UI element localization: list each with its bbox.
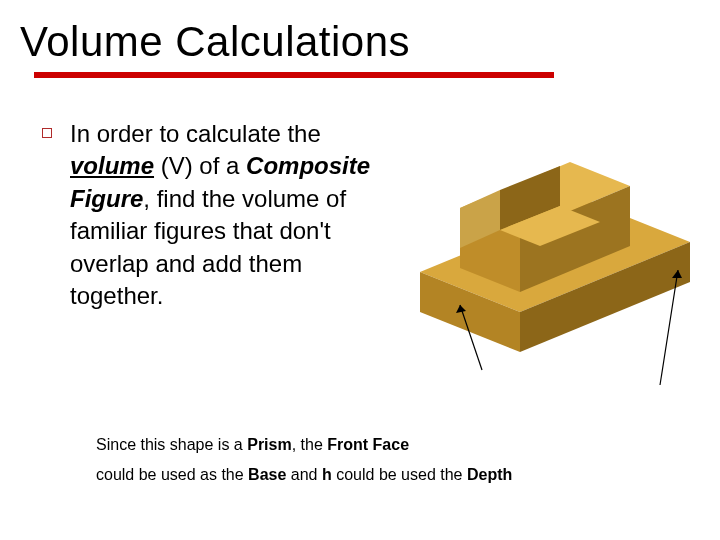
fn2-a: could be used as the <box>96 466 248 483</box>
footnote-text: Since this shape is a Prism, the Front F… <box>96 430 696 491</box>
title-area: Volume Calculations <box>0 0 720 78</box>
fn2-c: and <box>286 466 322 483</box>
fn2-base: Base <box>248 466 286 483</box>
fn1-c: , the <box>292 436 328 453</box>
fn1-prism: Prism <box>247 436 291 453</box>
footnote-line-2: could be used as the Base and h could be… <box>96 460 696 490</box>
body-text: In order to calculate the volume (V) of … <box>56 118 396 312</box>
composite-prism-figure <box>400 150 700 380</box>
prism-svg <box>400 150 700 410</box>
square-bullet-icon <box>42 128 52 138</box>
page-title: Volume Calculations <box>20 18 700 66</box>
fn2-h: h <box>322 466 332 483</box>
text-part-2: (V) of a <box>154 152 246 179</box>
footnote-line-1: Since this shape is a Prism, the Front F… <box>96 430 696 460</box>
fn1-a: Since this shape is a <box>96 436 247 453</box>
fn1-frontface: Front Face <box>327 436 409 453</box>
fn2-e: could be used the <box>332 466 467 483</box>
text-part-1: In order to calculate the <box>70 120 321 147</box>
emphasis-volume: volume <box>70 152 154 179</box>
fn2-depth: Depth <box>467 466 512 483</box>
